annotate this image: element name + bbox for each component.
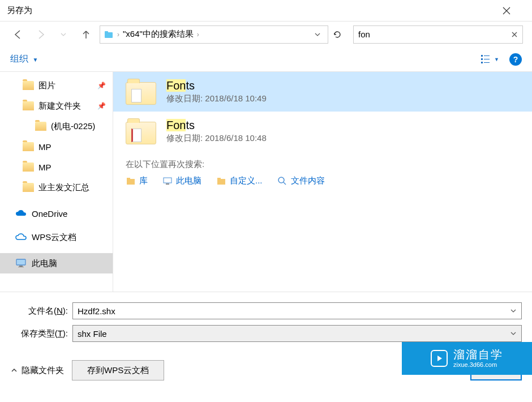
sidebar-item-label: MP	[38, 142, 52, 152]
svg-rect-3	[484, 55, 490, 56]
breadcrumb-path[interactable]: "x64"中的搜索结果	[123, 29, 194, 40]
filetype-select[interactable]: shx File	[72, 325, 522, 342]
search-loc-library[interactable]: 库	[126, 176, 148, 186]
sidebar-item-label: OneDrive	[32, 209, 67, 219]
breadcrumb[interactable]: › "x64"中的搜索结果 ›	[100, 25, 328, 44]
folder-icon	[104, 29, 114, 40]
svg-point-18	[278, 177, 284, 183]
breadcrumb-dropdown[interactable]	[311, 31, 324, 38]
window-title: 另存为	[7, 5, 503, 16]
chevron-right-icon: ›	[117, 31, 119, 39]
organize-label: 组织	[10, 54, 28, 63]
cloud-icon	[15, 233, 27, 242]
sidebar-item-wps[interactable]: WPS云文档	[0, 227, 113, 247]
svg-rect-5	[484, 59, 490, 59]
folder-icon	[126, 118, 156, 144]
file-list: Fonts 修改日期: 2018/6/18 10:49 Fonts 修改日期: …	[113, 72, 532, 292]
refresh-button[interactable]	[333, 30, 349, 39]
sidebar-item-mp2[interactable]: MP	[0, 157, 113, 177]
sidebar-item-label: WPS云文档	[32, 232, 76, 243]
svg-rect-15	[166, 183, 169, 185]
search-loc-custom[interactable]: 自定义...	[216, 176, 263, 186]
search-loc-content[interactable]: 文件内容	[277, 176, 325, 186]
organize-menu[interactable]: 组织 ▼	[10, 53, 38, 65]
chevron-down-icon[interactable]	[510, 330, 517, 337]
sidebar-item-label: 业主发文汇总	[38, 182, 89, 193]
folder-icon	[23, 101, 34, 110]
search-icon	[277, 176, 288, 186]
chevron-down-icon	[314, 31, 321, 38]
svg-rect-14	[164, 178, 171, 183]
nav-forward-button[interactable]	[32, 25, 50, 44]
chevron-right-icon: ›	[197, 31, 199, 39]
sidebar-item-label: (机电-0225)	[51, 121, 95, 132]
result-name: Fonts	[166, 119, 267, 132]
view-options-button[interactable]: ▼	[480, 54, 499, 65]
watermark-title: 溜溜自学	[453, 348, 503, 361]
filetype-label: 保存类型(T):	[10, 328, 72, 339]
pin-icon: 📌	[97, 82, 106, 89]
hide-folders-toggle[interactable]: 隐藏文件夹	[10, 365, 64, 376]
svg-rect-1	[105, 31, 108, 33]
folder-icon	[35, 122, 46, 131]
sidebar-item-label: 此电脑	[32, 258, 57, 269]
svg-rect-13	[127, 178, 130, 179]
sidebar-item-label: MP	[38, 162, 52, 172]
close-button[interactable]	[503, 7, 525, 15]
svg-rect-0	[105, 32, 113, 38]
folder-icon	[23, 162, 34, 172]
nav-recent-dropdown[interactable]	[54, 25, 72, 44]
view-list-icon	[480, 54, 493, 65]
search-result-item[interactable]: Fonts 修改日期: 2018/6/18 10:49	[113, 72, 532, 112]
search-loc-pc[interactable]: 此电脑	[162, 176, 201, 186]
onedrive-icon	[15, 209, 27, 218]
pin-icon: 📌	[97, 102, 106, 110]
folder-icon	[216, 176, 226, 186]
sidebar-item-mp1[interactable]: MP	[0, 136, 113, 157]
watermark: 溜溜自学 zixue.3d66.com	[402, 342, 532, 375]
sidebar-item-newfolder[interactable]: 新建文件夹 📌	[0, 96, 113, 116]
chevron-up-icon	[10, 366, 18, 374]
filetype-value: shx File	[78, 329, 510, 339]
sidebar-item-jidian[interactable]: (机电-0225)	[0, 116, 113, 136]
play-icon	[431, 350, 448, 367]
arrow-left-icon	[12, 29, 24, 40]
close-icon	[511, 31, 518, 38]
folder-icon	[23, 183, 34, 192]
save-wps-button[interactable]: 存到WPS云文档	[72, 360, 164, 380]
chevron-down-icon[interactable]	[510, 307, 517, 314]
pc-icon	[15, 258, 27, 268]
filename-label: 文件名(N):	[10, 306, 72, 317]
library-icon	[126, 176, 136, 186]
svg-rect-2	[481, 55, 483, 57]
filename-input[interactable]: Hzdf2.shx	[72, 302, 522, 319]
hide-folders-label: 隐藏文件夹	[22, 365, 64, 376]
filename-value: Hzdf2.shx	[78, 306, 510, 316]
search-again-label: 在以下位置再次搜索:	[126, 159, 520, 170]
clear-search-button[interactable]	[511, 31, 518, 38]
search-result-item[interactable]: Fonts 修改日期: 2018/6/18 10:48	[113, 112, 532, 151]
pc-icon	[162, 176, 173, 186]
sidebar-item-pictures[interactable]: 图片 📌	[0, 75, 113, 96]
help-button[interactable]: ?	[509, 53, 522, 66]
result-meta: 修改日期: 2018/6/18 10:48	[166, 133, 267, 144]
svg-rect-10	[19, 266, 23, 267]
svg-rect-17	[217, 178, 221, 179]
arrow-right-icon	[35, 29, 46, 40]
search-box[interactable]	[353, 25, 523, 44]
sidebar-item-yezhu[interactable]: 业主发文汇总	[0, 177, 113, 198]
caret-down-icon: ▼	[32, 57, 38, 63]
nav-up-button[interactable]	[77, 25, 95, 44]
svg-rect-12	[127, 179, 135, 185]
nav-back-button[interactable]	[9, 25, 27, 44]
result-name: Fonts	[166, 79, 267, 92]
svg-rect-9	[17, 260, 25, 264]
caret-down-icon: ▼	[494, 57, 499, 62]
refresh-icon	[333, 30, 342, 39]
watermark-url: zixue.3d66.com	[453, 361, 503, 369]
sidebar-item-onedrive[interactable]: OneDrive	[0, 203, 113, 224]
svg-rect-11	[18, 267, 24, 267]
svg-rect-4	[481, 58, 483, 60]
search-input[interactable]	[358, 29, 511, 39]
sidebar-item-thispc[interactable]: 此电脑	[0, 253, 113, 273]
